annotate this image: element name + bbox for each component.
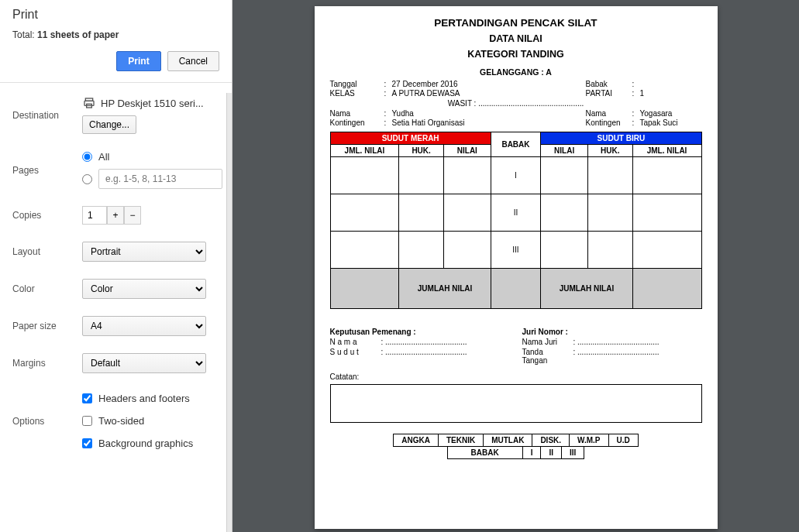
layout-select[interactable]: Portrait bbox=[82, 242, 206, 262]
score-table: SUDUT MERAH BABAK SUDUT BIRU JML. NILAIH… bbox=[330, 132, 702, 309]
paper-size-label: Paper size bbox=[12, 321, 82, 331]
copies-input[interactable] bbox=[82, 206, 107, 225]
total-sheets: Total: 11 sheets of paper bbox=[12, 29, 219, 40]
headers-footers-checkbox[interactable] bbox=[82, 393, 92, 403]
pages-all-radio[interactable] bbox=[82, 152, 92, 162]
cancel-button[interactable]: Cancel bbox=[167, 51, 219, 71]
copies-plus-button[interactable]: + bbox=[107, 206, 124, 225]
paper-size-select[interactable]: A4 bbox=[82, 316, 206, 336]
destination-label: Destination bbox=[12, 110, 82, 121]
change-destination-button[interactable]: Change... bbox=[82, 115, 136, 134]
printer-icon bbox=[82, 97, 96, 109]
gelanggang: GELANGGANG : A bbox=[330, 67, 702, 77]
print-button[interactable]: Print bbox=[116, 51, 160, 71]
color-select[interactable]: Color bbox=[82, 279, 206, 299]
svg-rect-1 bbox=[84, 101, 94, 105]
juri-title: Juri Nomor : bbox=[522, 328, 568, 336]
print-dialog: Print Total: 11 sheets of paper Print Ca… bbox=[0, 0, 232, 532]
two-sided-checkbox[interactable] bbox=[82, 416, 92, 426]
doc-title-2: DATA NILAI bbox=[330, 33, 702, 44]
margins-label: Margins bbox=[12, 358, 82, 369]
printer-name: HP Deskjet 1510 seri... bbox=[101, 98, 204, 109]
preview-area[interactable]: PERTANDINGAN PENCAK SILAT DATA NILAI KAT… bbox=[232, 0, 799, 532]
pages-range-input[interactable] bbox=[98, 169, 222, 189]
doc-title-1: PERTANDINGAN PENCAK SILAT bbox=[330, 17, 702, 29]
pages-label: Pages bbox=[12, 165, 82, 176]
margins-select[interactable]: Default bbox=[82, 353, 206, 373]
result-table: ANGKATEKNIKMUTLAKDISK.W.M.PU.D BABAKIIII… bbox=[330, 434, 702, 459]
doc-title-3: KATEGORI TANDING bbox=[330, 49, 702, 60]
catatan-box bbox=[330, 384, 702, 423]
catatan-label: Catatan: bbox=[330, 372, 702, 381]
layout-label: Layout bbox=[12, 246, 82, 257]
options-label: Options bbox=[12, 416, 82, 427]
copies-minus-button[interactable]: − bbox=[124, 206, 141, 225]
preview-page: PERTANDINGAN PENCAK SILAT DATA NILAI KAT… bbox=[315, 6, 718, 529]
background-graphics-checkbox[interactable] bbox=[82, 438, 92, 448]
keputusan-title: Keputusan Pemenang : bbox=[330, 328, 416, 336]
pages-custom-radio[interactable] bbox=[82, 174, 92, 184]
wasit-line: WASIT : ................................… bbox=[330, 99, 702, 108]
dialog-title: Print bbox=[12, 8, 219, 22]
copies-label: Copies bbox=[12, 210, 82, 221]
color-label: Color bbox=[12, 283, 82, 294]
